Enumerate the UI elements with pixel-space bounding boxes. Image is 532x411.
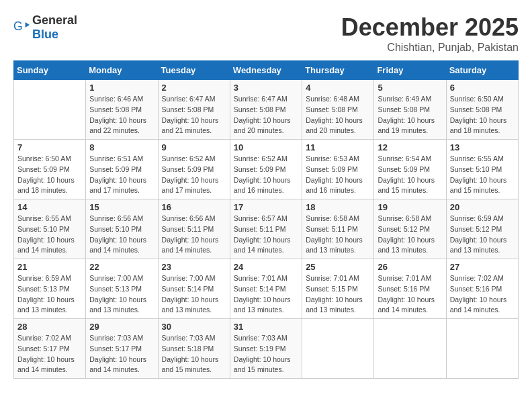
calendar-cell: 7Sunrise: 6:50 AM Sunset: 5:09 PM Daylig…	[14, 140, 86, 199]
day-info: Sunrise: 6:54 AM Sunset: 5:09 PM Dayligh…	[378, 154, 442, 196]
calendar-week-1: 7Sunrise: 6:50 AM Sunset: 5:09 PM Daylig…	[14, 140, 519, 199]
calendar-cell: 26Sunrise: 7:01 AM Sunset: 5:16 PM Dayli…	[374, 259, 446, 319]
day-info: Sunrise: 6:58 AM Sunset: 5:12 PM Dayligh…	[378, 214, 442, 256]
day-number: 17	[234, 202, 298, 212]
calendar-cell: 6Sunrise: 6:50 AM Sunset: 5:08 PM Daylig…	[446, 80, 518, 140]
day-number: 30	[162, 322, 226, 332]
day-number: 20	[450, 202, 515, 212]
calendar-cell	[446, 319, 518, 379]
day-number: 11	[306, 142, 370, 152]
svg-text:G: G	[13, 19, 23, 33]
logo-general: General	[32, 13, 77, 27]
day-number: 3	[234, 83, 298, 93]
weekday-header-wednesday: Wednesday	[230, 61, 302, 80]
day-number: 23	[162, 262, 226, 272]
day-info: Sunrise: 7:00 AM Sunset: 5:14 PM Dayligh…	[162, 273, 226, 316]
day-info: Sunrise: 6:50 AM Sunset: 5:09 PM Dayligh…	[17, 154, 82, 196]
calendar-cell: 22Sunrise: 7:00 AM Sunset: 5:13 PM Dayli…	[86, 259, 158, 319]
calendar-subtitle: Chishtian, Punjab, Pakistan	[341, 42, 519, 54]
day-info: Sunrise: 6:56 AM Sunset: 5:11 PM Dayligh…	[162, 214, 226, 256]
calendar-cell: 13Sunrise: 6:55 AM Sunset: 5:10 PM Dayli…	[446, 140, 518, 199]
calendar-cell	[374, 319, 446, 379]
day-number: 21	[17, 262, 82, 272]
title-section: December 2025 Chishtian, Punjab, Pakista…	[341, 13, 519, 54]
calendar-cell: 18Sunrise: 6:58 AM Sunset: 5:11 PM Dayli…	[302, 199, 374, 259]
day-info: Sunrise: 6:49 AM Sunset: 5:08 PM Dayligh…	[378, 94, 442, 136]
day-info: Sunrise: 7:02 AM Sunset: 5:17 PM Dayligh…	[17, 333, 82, 375]
day-number: 9	[162, 142, 226, 152]
calendar-cell: 9Sunrise: 6:52 AM Sunset: 5:09 PM Daylig…	[158, 140, 230, 199]
calendar-week-0: 1Sunrise: 6:46 AM Sunset: 5:08 PM Daylig…	[14, 80, 519, 140]
calendar-cell: 5Sunrise: 6:49 AM Sunset: 5:08 PM Daylig…	[374, 80, 446, 140]
day-info: Sunrise: 6:50 AM Sunset: 5:08 PM Dayligh…	[450, 94, 515, 136]
day-info: Sunrise: 7:01 AM Sunset: 5:15 PM Dayligh…	[306, 273, 370, 316]
day-info: Sunrise: 6:47 AM Sunset: 5:08 PM Dayligh…	[162, 94, 226, 136]
day-info: Sunrise: 7:03 AM Sunset: 5:17 PM Dayligh…	[89, 333, 154, 375]
day-number: 12	[378, 142, 442, 152]
weekday-header-sunday: Sunday	[14, 61, 86, 80]
weekday-header-row: SundayMondayTuesdayWednesdayThursdayFrid…	[14, 61, 519, 80]
day-info: Sunrise: 6:59 AM Sunset: 5:12 PM Dayligh…	[450, 214, 515, 256]
calendar-cell: 1Sunrise: 6:46 AM Sunset: 5:08 PM Daylig…	[86, 80, 158, 140]
day-info: Sunrise: 6:52 AM Sunset: 5:09 PM Dayligh…	[234, 154, 298, 196]
day-number: 5	[378, 83, 442, 93]
calendar-cell: 30Sunrise: 7:03 AM Sunset: 5:18 PM Dayli…	[158, 319, 230, 379]
calendar-cell: 16Sunrise: 6:56 AM Sunset: 5:11 PM Dayli…	[158, 199, 230, 259]
day-number: 4	[306, 83, 370, 93]
calendar-cell: 19Sunrise: 6:58 AM Sunset: 5:12 PM Dayli…	[374, 199, 446, 259]
day-info: Sunrise: 6:51 AM Sunset: 5:09 PM Dayligh…	[89, 154, 154, 196]
day-info: Sunrise: 6:48 AM Sunset: 5:08 PM Dayligh…	[306, 94, 370, 136]
day-info: Sunrise: 7:01 AM Sunset: 5:16 PM Dayligh…	[378, 273, 442, 316]
day-info: Sunrise: 6:46 AM Sunset: 5:08 PM Dayligh…	[89, 94, 154, 136]
weekday-header-thursday: Thursday	[302, 61, 374, 80]
calendar-cell: 27Sunrise: 7:02 AM Sunset: 5:16 PM Dayli…	[446, 259, 518, 319]
day-number: 2	[162, 83, 226, 93]
day-info: Sunrise: 6:56 AM Sunset: 5:10 PM Dayligh…	[89, 214, 154, 256]
page-header: G General Blue December 2025 Chishtian, …	[13, 13, 519, 54]
day-info: Sunrise: 7:00 AM Sunset: 5:13 PM Dayligh…	[89, 273, 154, 316]
calendar-cell: 4Sunrise: 6:48 AM Sunset: 5:08 PM Daylig…	[302, 80, 374, 140]
calendar-cell: 23Sunrise: 7:00 AM Sunset: 5:14 PM Dayli…	[158, 259, 230, 319]
calendar-table: SundayMondayTuesdayWednesdayThursdayFrid…	[13, 60, 519, 379]
day-number: 7	[17, 142, 82, 152]
weekday-header-saturday: Saturday	[446, 61, 518, 80]
day-info: Sunrise: 7:02 AM Sunset: 5:16 PM Dayligh…	[450, 273, 515, 316]
calendar-title: December 2025	[341, 13, 519, 42]
calendar-cell: 11Sunrise: 6:53 AM Sunset: 5:09 PM Dayli…	[302, 140, 374, 199]
calendar-cell: 8Sunrise: 6:51 AM Sunset: 5:09 PM Daylig…	[86, 140, 158, 199]
weekday-header-friday: Friday	[374, 61, 446, 80]
calendar-week-4: 28Sunrise: 7:02 AM Sunset: 5:17 PM Dayli…	[14, 319, 519, 379]
day-number: 10	[234, 142, 298, 152]
day-number: 13	[450, 142, 515, 152]
calendar-cell	[14, 80, 86, 140]
day-info: Sunrise: 6:59 AM Sunset: 5:13 PM Dayligh…	[17, 273, 82, 316]
day-info: Sunrise: 6:47 AM Sunset: 5:08 PM Dayligh…	[234, 94, 298, 136]
day-number: 18	[306, 202, 370, 212]
logo: G General Blue	[13, 13, 77, 42]
weekday-header-tuesday: Tuesday	[158, 61, 230, 80]
day-number: 24	[234, 262, 298, 272]
day-info: Sunrise: 6:58 AM Sunset: 5:11 PM Dayligh…	[306, 214, 370, 256]
day-info: Sunrise: 6:52 AM Sunset: 5:09 PM Dayligh…	[162, 154, 226, 196]
calendar-cell: 21Sunrise: 6:59 AM Sunset: 5:13 PM Dayli…	[14, 259, 86, 319]
calendar-cell: 24Sunrise: 7:01 AM Sunset: 5:14 PM Dayli…	[230, 259, 302, 319]
day-number: 29	[89, 322, 154, 332]
day-info: Sunrise: 7:01 AM Sunset: 5:14 PM Dayligh…	[234, 273, 298, 316]
calendar-cell	[302, 319, 374, 379]
day-number: 16	[162, 202, 226, 212]
calendar-cell: 31Sunrise: 7:03 AM Sunset: 5:19 PM Dayli…	[230, 319, 302, 379]
day-number: 8	[89, 142, 154, 152]
calendar-cell: 25Sunrise: 7:01 AM Sunset: 5:15 PM Dayli…	[302, 259, 374, 319]
calendar-cell: 28Sunrise: 7:02 AM Sunset: 5:17 PM Dayli…	[14, 319, 86, 379]
calendar-cell: 20Sunrise: 6:59 AM Sunset: 5:12 PM Dayli…	[446, 199, 518, 259]
day-number: 28	[17, 322, 82, 332]
logo-icon: G	[13, 19, 30, 36]
day-number: 22	[89, 262, 154, 272]
day-number: 26	[378, 262, 442, 272]
day-number: 1	[89, 83, 154, 93]
calendar-cell: 14Sunrise: 6:55 AM Sunset: 5:10 PM Dayli…	[14, 199, 86, 259]
calendar-cell: 15Sunrise: 6:56 AM Sunset: 5:10 PM Dayli…	[86, 199, 158, 259]
day-number: 15	[89, 202, 154, 212]
calendar-week-3: 21Sunrise: 6:59 AM Sunset: 5:13 PM Dayli…	[14, 259, 519, 319]
calendar-cell: 3Sunrise: 6:47 AM Sunset: 5:08 PM Daylig…	[230, 80, 302, 140]
